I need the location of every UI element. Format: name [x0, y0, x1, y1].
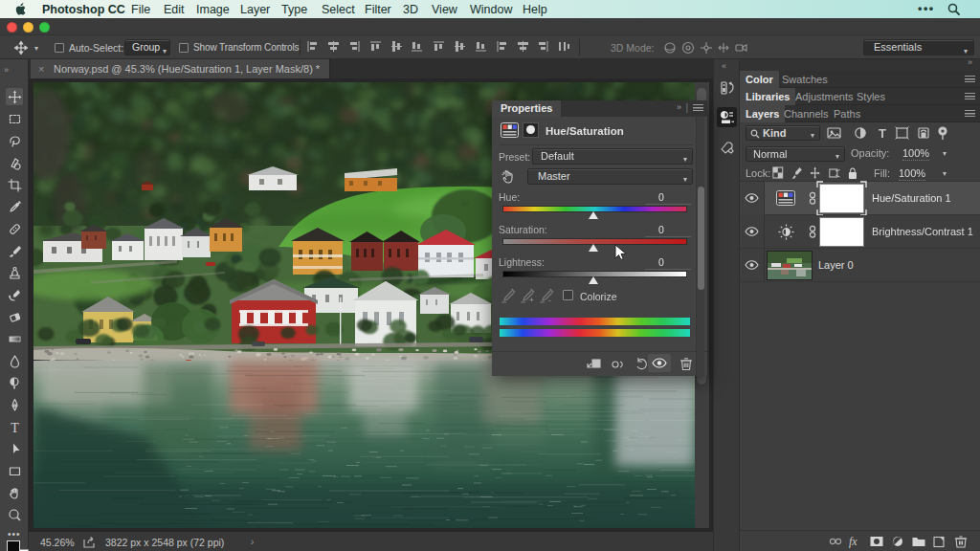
svg-text:T: T: [879, 126, 886, 141]
svg-text:fx: fx: [849, 535, 858, 548]
svg-text:T: T: [11, 420, 19, 434]
svg-text:+: +: [529, 296, 534, 303]
svg-text:-: -: [548, 296, 551, 303]
